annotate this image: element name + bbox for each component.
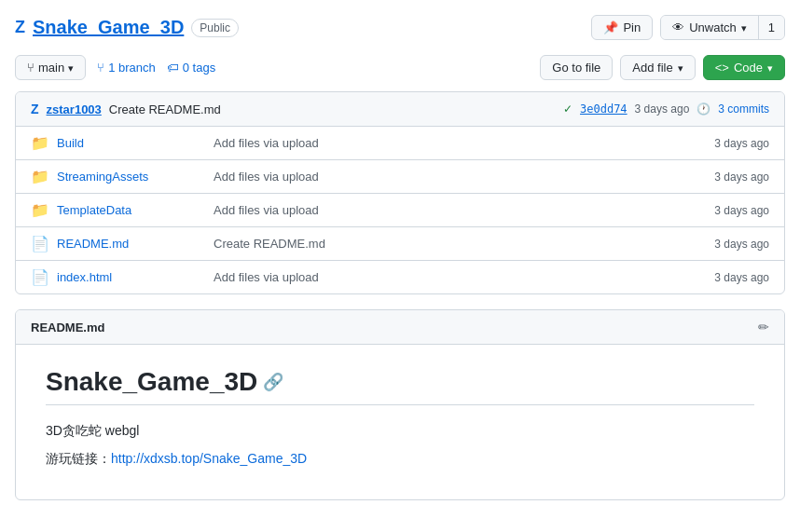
readme-link[interactable]: http://xdxsb.top/Snake_Game_3D (111, 451, 307, 466)
branch-left: ⑂ main ⑂ 1 branch 🏷 0 tags (15, 55, 215, 80)
repo-actions: 📌 Pin 👁 Unwatch 1 (591, 15, 785, 40)
add-file-button[interactable]: Add file (620, 55, 695, 80)
repo-logo-icon: Z (15, 18, 25, 37)
commit-meta: ✓ 3e0dd74 3 days ago 🕐 3 commits (563, 102, 769, 116)
file-name-link[interactable]: index.html (57, 270, 206, 284)
branch-selector[interactable]: ⑂ main (15, 55, 86, 80)
repo-name[interactable]: Snake_Game_3D (33, 17, 184, 38)
pin-button[interactable]: 📌 Pin (591, 15, 653, 40)
unwatch-button-group: 👁 Unwatch 1 (660, 15, 785, 40)
folder-icon: 📁 (31, 201, 49, 219)
file-time: 3 days ago (714, 137, 769, 150)
chevron-down-icon (678, 61, 683, 75)
chevron-down-icon (68, 61, 74, 75)
unwatch-count[interactable]: 1 (759, 16, 784, 39)
folder-icon: 📁 (31, 134, 49, 152)
readme-title: README.md (31, 321, 104, 334)
branch-count-icon: ⑂ (97, 61, 104, 75)
file-commit-msg: Add files via upload (214, 203, 707, 217)
branch-icon: ⑂ (27, 61, 34, 75)
file-commit-msg: Create README.md (214, 237, 707, 251)
commit-header: Z zstar1003 Create README.md ✓ 3e0dd74 3… (16, 92, 784, 127)
file-row: 📄 index.html Add files via upload 3 days… (16, 261, 784, 293)
pin-icon: 📌 (603, 20, 618, 34)
file-commit-msg: Add files via upload (214, 170, 707, 184)
go-to-file-button[interactable]: Go to file (540, 55, 613, 80)
readme-heading: Snake_Game_3D 🔗 (46, 367, 754, 405)
chevron-down-icon (767, 61, 773, 75)
file-row: 📁 TemplateData Add files via upload 3 da… (16, 194, 784, 227)
file-name-link[interactable]: StreamingAssets (57, 170, 206, 184)
eye-icon: 👁 (672, 20, 684, 34)
clock-icon: 🕐 (697, 102, 710, 116)
file-time: 3 days ago (714, 171, 769, 184)
file-row: 📁 Build Add files via upload 3 days ago (16, 127, 784, 160)
commit-message: Create README.md (109, 102, 221, 116)
branch-right: Go to file Add file <> Code (540, 55, 785, 80)
commit-sha-link[interactable]: 3e0dd74 (580, 102, 628, 116)
tags-link[interactable]: 🏷 0 tags (167, 61, 215, 75)
file-time: 3 days ago (714, 204, 769, 217)
branches-link[interactable]: ⑂ 1 branch (97, 61, 156, 75)
file-name-link[interactable]: Build (57, 136, 206, 150)
file-name-link[interactable]: README.md (57, 237, 206, 251)
file-time: 3 days ago (714, 238, 769, 251)
tag-icon: 🏷 (167, 61, 179, 75)
file-name-link[interactable]: TemplateData (57, 203, 206, 217)
file-table: Z zstar1003 Create README.md ✓ 3e0dd74 3… (15, 91, 785, 294)
readme-line2: 游玩链接：http://xdxsb.top/Snake_Game_3D (46, 448, 754, 469)
file-row: 📄 README.md Create README.md 3 days ago (16, 227, 784, 261)
file-commit-msg: Add files via upload (214, 136, 707, 150)
unwatch-button[interactable]: 👁 Unwatch (661, 16, 758, 39)
file-row: 📁 StreamingAssets Add files via upload 3… (16, 160, 784, 194)
commit-time: 3 days ago (635, 102, 690, 116)
readme-header: README.md ✏ (16, 310, 784, 345)
readme-box: README.md ✏ Snake_Game_3D 🔗 3D贪吃蛇 webgl … (15, 309, 785, 500)
commit-author-logo: Z (31, 102, 39, 116)
check-icon: ✓ (563, 102, 572, 116)
anchor-icon: 🔗 (263, 372, 283, 392)
file-commit-msg: Add files via upload (214, 270, 707, 284)
commit-author-link[interactable]: zstar1003 (47, 102, 102, 116)
commits-count-link[interactable]: 3 commits (718, 102, 769, 116)
folder-icon: 📁 (31, 168, 49, 185)
branch-bar: ⑂ main ⑂ 1 branch 🏷 0 tags Go to file Ad… (15, 55, 785, 80)
file-time: 3 days ago (714, 271, 769, 284)
code-icon: <> (715, 61, 729, 75)
readme-body: Snake_Game_3D 🔗 3D贪吃蛇 webgl 游玩链接：http://… (16, 345, 784, 499)
readme-line1: 3D贪吃蛇 webgl (46, 420, 754, 441)
visibility-badge: Public (191, 19, 239, 37)
readme-edit-icon[interactable]: ✏ (758, 320, 769, 334)
file-icon: 📄 (31, 235, 49, 252)
code-button[interactable]: <> Code (703, 55, 785, 80)
file-icon: 📄 (31, 268, 49, 286)
chevron-down-icon (741, 20, 747, 34)
